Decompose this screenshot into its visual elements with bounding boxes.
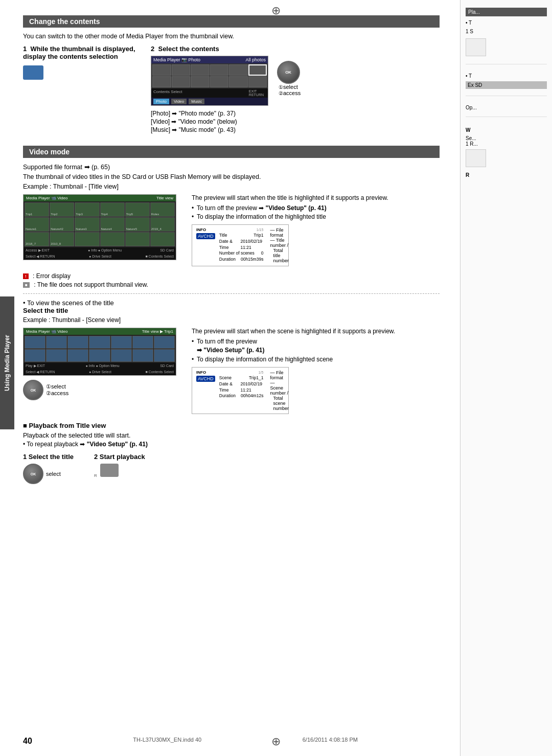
sc-12 [111, 349, 132, 362]
vf-sd: SD Card [160, 248, 174, 253]
vt-3: Trip3 [75, 202, 99, 217]
step1-num: 1 [23, 45, 27, 53]
sidebar-r-icon [466, 149, 486, 167]
playback-steps: 1 Select the title OK select 2 Start pla… [23, 453, 440, 484]
vt-10: Nature4 [100, 217, 125, 232]
vt-14: 2010_8 [50, 232, 74, 246]
vf-drive: ● Drive Select [89, 255, 111, 259]
vt-7: Nature1 [25, 217, 49, 232]
repeat-link: "Video Setup" (p. 41) [87, 441, 148, 448]
playback-desc: Playback of the selected title will star… [23, 432, 440, 439]
ok-select-area: OK ①select ②access [23, 380, 181, 400]
supported-format: Supported file format ➡ (p. 65) [23, 163, 440, 171]
sidebar-1s: 1 S [466, 27, 547, 36]
sc-9 [46, 349, 67, 362]
video-title-grid: Trip1 Trip2 Trip3 Trip4 Trip5 Rolex Natu… [24, 201, 176, 247]
ok-button-icon[interactable]: OK [277, 61, 300, 84]
video-footer2: Select ◀ RETURN ● Drive Select ■ Content… [24, 254, 176, 260]
playback-ok-button[interactable]: OK [23, 464, 43, 484]
step1-area: 1 While the thumbnail is displayed, disp… [23, 45, 135, 81]
access-label: access [279, 90, 301, 96]
error-display-item: ! : Error display [23, 272, 440, 280]
vf-info: ● Info ● Option Menu [88, 248, 122, 253]
divider [23, 293, 440, 294]
sidebar-lower: W Se... 1 R... R [466, 127, 547, 178]
display-scene-info: To display the information of the highli… [192, 356, 440, 363]
vt-18 [150, 232, 175, 246]
ok-btn-small[interactable]: OK [23, 380, 43, 400]
info-title-row: Title Trip1 [219, 233, 264, 239]
thumb-7 [152, 76, 171, 87]
video-setup-link1: "Video Setup" (p. 41) [266, 204, 327, 212]
sc-13 [132, 349, 153, 362]
play-button-icon [100, 464, 119, 477]
example-scene: Example : Thumbnail - [Scene view] [23, 316, 440, 324]
thumb-5 [229, 64, 248, 76]
photo-mode-label: [Photo] ➡ "Photo mode" (p. 37) [151, 110, 440, 117]
info-count: 1/15 [219, 227, 264, 233]
sf-sd: SD Card [160, 364, 174, 368]
display-info: To display the information of the highli… [192, 213, 440, 220]
video-footer: Access ▶ EXIT ● Info ● Option Menu SD Ca… [24, 247, 176, 254]
sidebar-ex-sd: Ex SD [466, 81, 547, 89]
video-screenshot: Media Player 📹 Video Title view Trip1 Tr… [23, 194, 176, 260]
error-icon: ! [23, 273, 29, 279]
sc-3 [67, 336, 88, 349]
sc-10 [67, 349, 88, 362]
sc-6 [132, 336, 153, 349]
file-info: TH-L37U30MX_EN.indd 40 [133, 737, 201, 746]
vt-8: Nature#2 [50, 217, 74, 232]
playback-ok-area: OK select [23, 464, 74, 484]
playback-section: Playback from Title view Playback of the… [23, 422, 440, 484]
scene-section: • To view the scenes of the title Select… [23, 299, 440, 414]
no-thumb-item: ■ : The file does not support thumbnail … [23, 281, 440, 288]
scene-two-col: Media Player 📹 Video Title view ▶ Trip1 [23, 328, 440, 414]
sidebar-r2: R [466, 172, 547, 178]
step2-label: Select the contents [158, 45, 219, 53]
scene-count: 1/5 [219, 370, 264, 375]
scene-preview-text: The preview will start when the scene is… [192, 328, 440, 335]
page-footer: 40 TH-L37U30MX_EN.indd 40 6/16/2011 4:08… [23, 737, 358, 746]
vt-6: Rolex [150, 202, 175, 217]
vt-13: 2018_7 [25, 232, 49, 246]
media-screenshot-header: Media Player 📷 Photo All photos [151, 56, 268, 63]
thumb-1 [152, 64, 171, 76]
media-header-left: Media Player 📷 Photo [153, 57, 200, 62]
right-sidebar: Pla... • T 1 S • T Ex SD Op... W Se... 1… [460, 0, 552, 756]
sf-play: Play ▶ EXIT [26, 364, 45, 368]
tab-photo: Photo [153, 99, 169, 104]
scene-footer2: Select ◀ RETURN ● Drive Select ■ Content… [24, 369, 176, 375]
sc-5 [111, 336, 132, 349]
scene-info-details: 1/5 Scene Trip1_1 Date & Time 2010/02/19… [219, 370, 264, 399]
tab-video: Video [171, 99, 187, 104]
page-number: 40 [23, 737, 32, 746]
step2-num: 2 [151, 45, 154, 53]
error-section: ! : Error display ■ : The file does not … [23, 272, 440, 288]
sidebar-t: • T [466, 18, 547, 27]
info-date-row: Date & Time 2010/02/19 11:21 [219, 239, 264, 251]
b-button-icon [23, 65, 43, 80]
side-tab-label: Using Media Player [0, 296, 14, 429]
sidebar-mid: • T Ex SD [466, 72, 547, 96]
select-label: select [279, 84, 301, 90]
sidebar-bottom: Op... [466, 104, 547, 117]
info-duration-row: Duration 00h15m39s [219, 257, 264, 263]
step2-area: 2 Select the contents Media Player 📷 Pho… [151, 45, 440, 135]
vt-1: Trip1 [25, 202, 49, 217]
step1-label: While the thumbnail is displayed, displa… [23, 45, 135, 60]
sf-contents: ■ Contents Select [145, 370, 174, 374]
video-mode-label: [Video] ➡ "Video mode" (below) [151, 118, 440, 125]
step2-title: 2 Select the contents [151, 45, 440, 53]
sidebar-pla: Pla... [466, 8, 547, 16]
thumb-9 [191, 76, 210, 87]
scene-format-labels: — File format — Scene number / Total sce… [270, 370, 289, 411]
playback-step2: 2 Start playback R [94, 453, 145, 478]
scene-header: Media Player 📹 Video Title view ▶ Trip1 [24, 328, 176, 335]
scene-screenshot: Media Player 📹 Video Title view ▶ Trip1 [23, 328, 176, 376]
vt-16 [100, 232, 125, 246]
sc-14 [154, 349, 175, 362]
contents-select-label: Contents Select [153, 89, 182, 97]
turn-off-preview: To turn off the preview ➡ "Video Setup" … [192, 204, 440, 212]
playback-step2-button: R [94, 464, 145, 478]
thumb-6 [248, 64, 267, 76]
